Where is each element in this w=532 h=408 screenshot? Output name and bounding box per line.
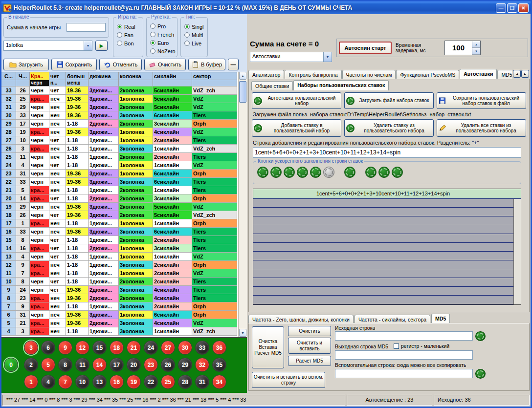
board-number-20[interactable]: 20 xyxy=(127,358,141,372)
load-button[interactable]: Загрузить xyxy=(3,59,49,70)
history-row[interactable]: 3225кра...неч19-363дюжи...1колонка5сикла… xyxy=(1,95,238,103)
chip-icon[interactable] xyxy=(284,167,295,178)
board-number-17[interactable]: 17 xyxy=(110,358,124,372)
bet-list-row[interactable] xyxy=(253,234,521,243)
radio-real[interactable]: Real xyxy=(117,22,135,31)
tab-scroll-left-icon[interactable]: ◄ xyxy=(513,70,521,78)
subtab-наборы-пользовательских-ставок[interactable]: Наборы пользовательских ставок xyxy=(293,80,389,90)
board-number-12[interactable]: 12 xyxy=(75,341,89,355)
md5-clear-paste-button[interactable]: Очистить и вставить xyxy=(288,338,331,354)
spinner-down-icon[interactable]: ▼ xyxy=(472,48,480,55)
history-row[interactable]: 158чернчет1-181дюжи...2колонка2сиклайнTi… xyxy=(1,236,238,244)
radio-singl[interactable]: Singl xyxy=(184,22,203,31)
bet-list-row[interactable] xyxy=(253,225,521,234)
radio-fan[interactable]: Fan xyxy=(117,31,135,39)
md5-aux-chip-button[interactable] xyxy=(475,369,486,379)
radio-live[interactable]: Live xyxy=(184,39,203,47)
table-scrollbar[interactable]: ▲ ▼ xyxy=(238,72,247,337)
bet-string-input[interactable] xyxy=(253,147,521,158)
subtab-общие-ставки[interactable]: Общие ставки xyxy=(251,81,293,90)
history-row[interactable]: 43кра...неч1-181дюжи...3колонка1сиклайнV… xyxy=(1,327,238,336)
chevron-down-icon[interactable]: ▼ xyxy=(84,41,92,50)
radio-bon[interactable]: Bon xyxy=(117,39,135,47)
board-number-16[interactable]: 16 xyxy=(110,375,124,389)
chip-icon[interactable] xyxy=(378,167,390,178)
history-row[interactable]: 134чернчет1-181дюжи...1колонка1сиклайнVd… xyxy=(1,253,238,261)
bet-list-row[interactable] xyxy=(253,269,521,278)
board-number-5[interactable]: 5 xyxy=(41,358,55,372)
history-row[interactable]: 117кра...неч1-181дюжи...1колонка2сиклайн… xyxy=(1,269,238,278)
chip-icon[interactable] xyxy=(365,167,377,178)
chip-icon[interactable] xyxy=(344,167,355,178)
board-number-30[interactable]: 30 xyxy=(178,341,192,355)
board-number-25[interactable]: 25 xyxy=(161,375,175,389)
history-row[interactable]: 244чернчет1-181дюжи...1колонка1сиклайнVd… xyxy=(1,161,238,170)
chevron-down-icon[interactable]: ▼ xyxy=(323,52,332,62)
board-number-9[interactable]: 9 xyxy=(58,341,72,355)
to-buffer-button[interactable]: В буфер xyxy=(188,59,225,70)
register-checkbox-row[interactable]: регистр - маленький xyxy=(394,343,449,349)
add-bet-button[interactable]: Добавить ставку в пользовательский набор xyxy=(252,119,341,137)
register-checkbox[interactable] xyxy=(394,344,399,349)
md5-output-input[interactable] xyxy=(335,350,473,360)
chip-icon[interactable] xyxy=(310,167,321,178)
board-number-10[interactable]: 10 xyxy=(75,375,89,389)
start-sum-input[interactable] xyxy=(66,23,106,32)
radio-pro[interactable]: Pro xyxy=(150,22,176,30)
tab-md5[interactable]: MD5 xyxy=(497,70,512,79)
board-number-33[interactable]: 33 xyxy=(195,341,209,355)
md5-source-chip-button[interactable] xyxy=(475,331,486,341)
bet-list-row[interactable] xyxy=(253,216,521,225)
chip-icon[interactable] xyxy=(323,167,334,178)
history-row[interactable]: 1633черннеч19-363дюжи...3колонка6сиклайн… xyxy=(1,228,238,236)
board-number-28[interactable]: 28 xyxy=(178,375,192,389)
board-number-6[interactable]: 6 xyxy=(41,341,55,355)
history-row[interactable]: 3033черннеч19-363дюжи...3колонка6сиклайн… xyxy=(1,111,238,120)
history-row[interactable]: 2014кра...чет1-182дюжи...2колонка3сиклай… xyxy=(1,194,238,203)
radio-euro[interactable]: Euro xyxy=(150,39,176,47)
board-number-34[interactable]: 34 xyxy=(212,375,226,389)
history-row[interactable]: 108чернчет1-181дюжи...2колонка2сиклайнTi… xyxy=(1,278,238,286)
md5-big-button[interactable]: Очистка Вставка Расчет MD5 xyxy=(252,326,284,368)
board-number-31[interactable]: 31 xyxy=(195,375,209,389)
history-row[interactable]: 2331черннеч19-363дюжи...1колонка6сиклайн… xyxy=(1,170,238,178)
tab-автоставки[interactable]: Автоставки xyxy=(460,69,497,79)
board-number-21[interactable]: 21 xyxy=(127,341,141,355)
bet-list-row[interactable] xyxy=(253,287,521,296)
history-row[interactable]: 521кра...неч19-362дюжи...3колонка4сиклай… xyxy=(1,319,238,327)
tab-контроль-банкролла[interactable]: Контроль банкролла xyxy=(285,70,341,79)
bet-list-row[interactable] xyxy=(253,296,521,304)
board-number-27[interactable]: 27 xyxy=(161,341,175,355)
md5-clear-button[interactable]: Очистить xyxy=(288,326,331,336)
history-row[interactable]: 1826чернчет19-363дюжи...2колонка5сиклайн… xyxy=(1,211,238,219)
board-number-1[interactable]: 1 xyxy=(24,375,38,389)
md5-aux-input[interactable] xyxy=(335,369,473,378)
bet-list-row[interactable] xyxy=(253,252,521,260)
md5-source-input[interactable] xyxy=(335,331,473,341)
tab-частоты-по-числам[interactable]: Частоты по числам xyxy=(342,70,396,79)
undo-button[interactable]: Отменить xyxy=(99,59,142,70)
maximize-button[interactable]: ❐ xyxy=(507,3,517,13)
slot-combobox[interactable]: 1slotka ▼ xyxy=(3,41,92,51)
history-row[interactable]: 2233черннеч19-363дюжи...3колонка6сиклайн… xyxy=(1,178,238,186)
md5-clear-paste-aux-button[interactable]: Очистить и вставить во вспом. строку xyxy=(252,372,325,388)
bet-list-row[interactable] xyxy=(253,243,521,252)
history-row[interactable]: 1416кра...чет1-182дюжи...1колонка3сиклай… xyxy=(1,244,238,253)
history-row[interactable]: 3326чернчет19-363дюжи...2колонка5сиклайн… xyxy=(1,86,238,95)
board-number-13[interactable]: 13 xyxy=(92,375,107,389)
board-number-19[interactable]: 19 xyxy=(127,375,141,389)
history-row[interactable]: 2511черннеч1-181дюжи...2колонка2сиклайнT… xyxy=(1,153,238,161)
collapse-button[interactable]: — xyxy=(228,59,239,70)
board-number-35[interactable]: 35 xyxy=(212,358,226,372)
history-row[interactable]: 631черннеч19-363дюжи...1колонка6сиклайнO… xyxy=(1,311,238,319)
radio-nozero[interactable]: NoZero xyxy=(150,47,176,55)
autospin-start-button[interactable]: Автоспин старт xyxy=(339,42,392,54)
history-row[interactable]: 924чернчет19-362дюжи...3колонка4сиклайнT… xyxy=(1,286,238,294)
history-row[interactable]: 215кра...неч1-181дюжи...2колонка1сиклайн… xyxy=(1,186,238,194)
bet-list-row[interactable] xyxy=(253,208,521,216)
bet-list-row[interactable] xyxy=(253,260,521,269)
tab-функционал-psevdoms[interactable]: Функционал PsevdoMS xyxy=(396,70,459,79)
history-row[interactable]: 171кра...неч1-181дюжи...1колонка1сиклайн… xyxy=(1,219,238,228)
history-row[interactable]: 129кра...неч1-181дюжи...3колонка2сиклайн… xyxy=(1,261,238,269)
board-number-4[interactable]: 4 xyxy=(41,375,55,389)
